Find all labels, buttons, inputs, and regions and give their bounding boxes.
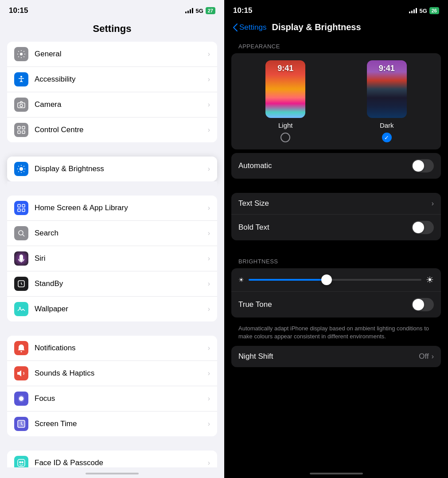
dark-mode-time: 9:41	[367, 64, 407, 73]
brightness-slider[interactable]	[249, 279, 421, 281]
screentime-chevron: ›	[208, 420, 210, 428]
brightness-low-icon: ☀	[238, 276, 244, 283]
left-status-icons: 5G 27	[185, 7, 215, 14]
settings-item-general[interactable]: General ›	[7, 42, 217, 67]
settings-group-highlighted: Display & Brightness ›	[7, 157, 217, 181]
settings-item-faceid[interactable]: Face ID & Passcode ›	[7, 451, 217, 467]
svg-point-0	[20, 53, 23, 55]
night-shift-chevron: ›	[432, 353, 434, 360]
brightness-high-icon: ☀	[426, 274, 434, 285]
general-label: General	[35, 50, 208, 59]
right-content: APPEARANCE 9:41 Light 9:41 Dark ✓	[224, 39, 448, 467]
right-network-type: 5G	[419, 8, 427, 14]
focus-label: Focus	[35, 394, 208, 403]
settings-item-sounds[interactable]: Sounds & Haptics ›	[7, 361, 217, 386]
wallpaper-label: Wallpaper	[35, 305, 208, 313]
settings-item-wallpaper[interactable]: Wallpaper ›	[7, 297, 217, 321]
left-status-bar: 10:15 5G 27	[0, 0, 224, 19]
true-tone-description: Automatically adapt iPhone display based…	[231, 321, 441, 346]
bold-text-row: Bold Text	[231, 214, 441, 240]
svg-point-13	[19, 231, 23, 235]
gap-1	[231, 182, 441, 193]
light-mode-option[interactable]: 9:41 Light	[238, 60, 333, 142]
settings-item-screentime[interactable]: Screen Time ›	[7, 411, 217, 436]
settings-item-siri[interactable]: Siri ›	[7, 246, 217, 271]
signal-bars-icon	[185, 8, 193, 13]
left-home-indicator	[0, 467, 224, 478]
settings-item-focus[interactable]: Focus ›	[7, 386, 217, 411]
homescreen-label: Home Screen & App Library	[35, 204, 208, 212]
text-size-row[interactable]: Text Size ›	[231, 193, 441, 214]
light-mode-preview: 9:41	[265, 60, 305, 118]
battery-indicator: 27	[206, 7, 215, 14]
night-shift-card[interactable]: Night Shift Off ›	[231, 346, 441, 367]
page-title: Display & Brightness	[272, 22, 361, 32]
right-status-time: 10:15	[233, 6, 252, 15]
display-brightness-icon	[14, 162, 28, 176]
back-button[interactable]: Settings	[233, 23, 266, 32]
settings-item-display[interactable]: Display & Brightness ›	[7, 157, 217, 181]
brightness-slider-row: ☀ ☀	[231, 268, 441, 291]
settings-list: General › Accessibility › Camera ›	[0, 42, 224, 467]
svg-rect-7	[22, 131, 25, 133]
automatic-card: Automatic	[231, 153, 441, 179]
settings-item-standby[interactable]: StandBy ›	[7, 271, 217, 297]
notifications-chevron: ›	[208, 344, 210, 352]
right-home-indicator	[224, 467, 448, 478]
network-type: 5G	[195, 8, 203, 14]
svg-rect-15	[17, 305, 26, 313]
sounds-label: Sounds & Haptics	[35, 369, 208, 378]
svg-point-21	[19, 462, 21, 463]
control-centre-chevron: ›	[208, 126, 210, 134]
light-mode-radio[interactable]	[280, 133, 290, 142]
bold-text-toggle[interactable]	[412, 221, 434, 234]
settings-item-notifications[interactable]: Notifications ›	[7, 336, 217, 361]
dark-mode-radio[interactable]: ✓	[382, 133, 392, 142]
svg-point-17	[21, 351, 22, 353]
brightness-thumb	[321, 274, 332, 285]
back-label: Settings	[239, 23, 266, 32]
siri-icon	[14, 251, 28, 266]
search-icon	[14, 226, 28, 240]
automatic-row: Automatic	[231, 153, 441, 179]
wallpaper-icon	[14, 302, 28, 316]
settings-title: Settings	[0, 19, 224, 42]
camera-chevron: ›	[208, 101, 210, 109]
settings-item-search[interactable]: Search ›	[7, 221, 217, 246]
svg-rect-6	[18, 131, 20, 133]
svg-rect-5	[22, 126, 25, 129]
automatic-toggle[interactable]	[412, 159, 434, 172]
left-panel: 10:15 5G 27 Settings General ›	[0, 0, 224, 478]
settings-item-camera[interactable]: Camera ›	[7, 92, 217, 118]
night-shift-right: Off ›	[419, 352, 434, 361]
notifications-icon	[14, 341, 28, 355]
automatic-toggle-knob	[413, 160, 424, 172]
sounds-icon	[14, 366, 28, 380]
settings-group-4: Notifications › Sounds & Haptics › Focus…	[7, 336, 217, 436]
right-signal-icon	[409, 8, 417, 13]
screentime-label: Screen Time	[35, 419, 208, 428]
brightness-fill	[249, 279, 327, 281]
section-gap-1	[7, 142, 217, 157]
settings-item-homescreen[interactable]: Home Screen & App Library ›	[7, 196, 217, 221]
true-tone-toggle[interactable]	[412, 298, 434, 311]
notifications-label: Notifications	[35, 344, 208, 353]
standby-icon	[14, 277, 28, 291]
display-brightness-label: Display & Brightness	[35, 165, 208, 173]
night-shift-row[interactable]: Night Shift Off ›	[231, 346, 441, 367]
appearance-section-label: APPEARANCE	[231, 39, 441, 53]
focus-chevron: ›	[208, 395, 210, 403]
appearance-card: 9:41 Light 9:41 Dark ✓	[231, 53, 441, 149]
homescreen-chevron: ›	[208, 204, 210, 212]
settings-item-control[interactable]: Control Centre ›	[7, 118, 217, 142]
svg-rect-11	[18, 209, 20, 212]
settings-group-5: Face ID & Passcode ›	[7, 451, 217, 467]
search-chevron: ›	[208, 229, 210, 237]
light-mode-time: 9:41	[265, 64, 305, 73]
brightness-section-label: BRIGHTNESS	[231, 255, 441, 268]
gap-2	[231, 244, 441, 255]
svg-point-1	[20, 76, 22, 78]
dark-mode-option[interactable]: 9:41 Dark ✓	[340, 60, 434, 142]
right-battery: 26	[429, 7, 439, 14]
settings-item-accessibility[interactable]: Accessibility ›	[7, 67, 217, 92]
